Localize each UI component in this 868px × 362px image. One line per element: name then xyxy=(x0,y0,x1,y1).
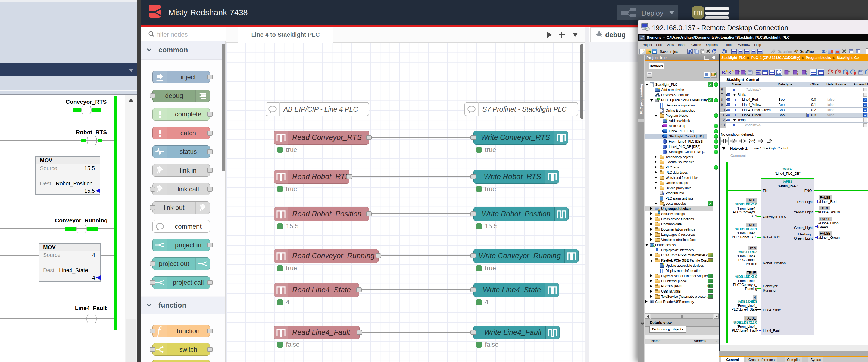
svg-text:??: ?? xyxy=(750,139,754,143)
svg-text:±: ± xyxy=(745,73,746,75)
svg-text:f: f xyxy=(157,325,162,337)
svg-text:?: ? xyxy=(825,50,827,54)
svg-text:✕: ✕ xyxy=(831,70,833,73)
svg-text:±: ± xyxy=(738,73,740,75)
svg-text:±: ± xyxy=(806,73,807,75)
svg-text:✶: ✶ xyxy=(732,69,734,73)
svg-text:✶: ✶ xyxy=(725,69,728,73)
svg-text:✕: ✕ xyxy=(839,70,841,73)
svg-text:±: ± xyxy=(797,73,799,75)
svg-text:±: ± xyxy=(788,73,790,75)
